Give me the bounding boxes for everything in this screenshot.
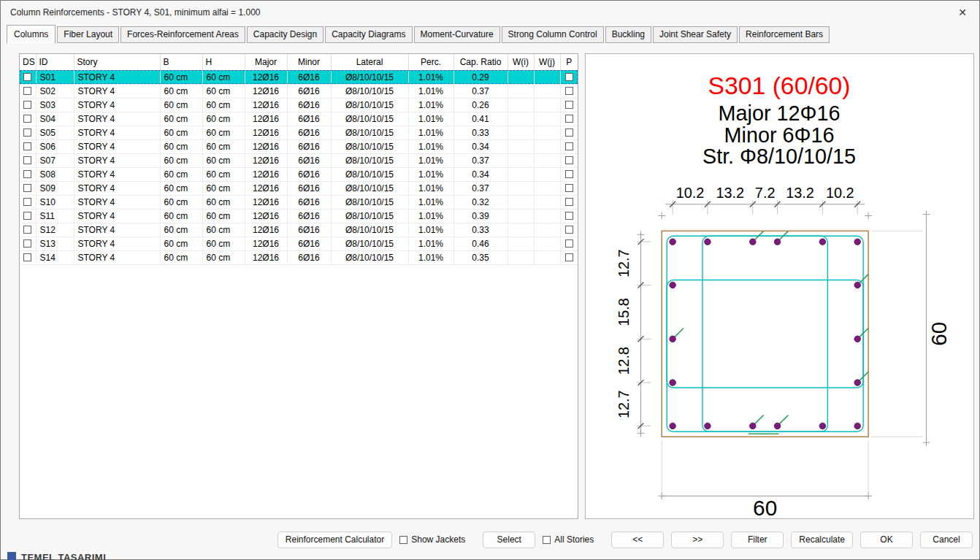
p-checkbox[interactable] <box>565 115 573 123</box>
p-checkbox[interactable] <box>565 101 573 109</box>
tab-joint-shear-safety[interactable]: Joint Shear Safety <box>653 26 738 43</box>
cell-h-cell: 60 cm <box>202 98 245 112</box>
cell-h-cell: 60 cm <box>202 126 245 139</box>
table-row-s01[interactable]: S01STORY 460 cm60 cm12Ø166Ø16Ø8/10/10/15… <box>20 70 578 84</box>
cell-perc-cell: 1.01% <box>408 70 453 84</box>
table-row-s11[interactable]: S11STORY 460 cm60 cm12Ø166Ø16Ø8/10/10/15… <box>20 209 578 223</box>
footer-bar: Reinforcement Calculator Show Jackets Se… <box>1 526 979 559</box>
tab-columns[interactable]: Columns <box>7 25 55 44</box>
table-row-s09[interactable]: S09STORY 460 cm60 cm12Ø166Ø16Ø8/10/10/15… <box>20 181 578 195</box>
cell-major-cell: 12Ø16 <box>245 181 287 195</box>
rebar <box>854 380 861 386</box>
ds-checkbox[interactable] <box>23 253 31 261</box>
tab-moment-curvature[interactable]: Moment-Curvature <box>414 26 500 43</box>
table-row-s05[interactable]: S05STORY 460 cm60 cm12Ø166Ø16Ø8/10/10/15… <box>20 126 578 139</box>
ds-checkbox[interactable] <box>23 87 31 95</box>
ds-checkbox[interactable] <box>23 115 31 123</box>
p-checkbox[interactable] <box>565 198 573 206</box>
tab-strong-column-control[interactable]: Strong Column Control <box>502 26 604 43</box>
cell-minor-cell: 6Ø16 <box>287 112 331 126</box>
cell-perc-cell: 1.01% <box>408 223 453 237</box>
cancel-button[interactable]: Cancel <box>920 532 973 548</box>
reinforcement-calculator-button[interactable]: Reinforcement Calculator <box>277 532 392 548</box>
table-row-s03[interactable]: S03STORY 460 cm60 cm12Ø166Ø16Ø8/10/10/15… <box>20 98 578 112</box>
titlebar[interactable]: Column Reinforcements - STORY 4, S01, mi… <box>1 1 979 23</box>
all-stories-label[interactable]: All Stories <box>554 534 594 545</box>
ds-checkbox[interactable] <box>23 212 31 220</box>
ds-checkbox[interactable] <box>23 142 31 150</box>
column-header-lateral[interactable]: Lateral <box>331 54 408 70</box>
cell-minor-cell: 6Ø16 <box>287 250 331 264</box>
column-header-story[interactable]: Story <box>74 54 160 70</box>
table-row-s08[interactable]: S08STORY 460 cm60 cm12Ø166Ø16Ø8/10/10/15… <box>20 167 578 181</box>
p-checkbox[interactable] <box>565 142 573 150</box>
table-row-s13[interactable]: S13STORY 460 cm60 cm12Ø166Ø16Ø8/10/10/15… <box>20 237 578 250</box>
table-row-s14[interactable]: S14STORY 460 cm60 cm12Ø166Ø16Ø8/10/10/15… <box>20 250 578 264</box>
p-checkbox-cell <box>560 153 578 167</box>
ds-checkbox[interactable] <box>23 198 31 206</box>
column-header-cap-ratio[interactable]: Cap. Ratio <box>453 54 508 70</box>
p-checkbox-cell <box>560 167 578 181</box>
table-row-s10[interactable]: S10STORY 460 cm60 cm12Ø166Ø16Ø8/10/10/15… <box>20 195 578 209</box>
cell-wj-cell <box>534 167 560 181</box>
column-header-h[interactable]: H <box>202 54 245 70</box>
rebar <box>819 239 826 245</box>
ds-checkbox[interactable] <box>23 101 31 109</box>
column-header-w-j-[interactable]: W(j) <box>534 54 560 70</box>
tab-buckling[interactable]: Buckling <box>605 26 651 43</box>
table-row-s04[interactable]: S04STORY 460 cm60 cm12Ø166Ø16Ø8/10/10/15… <box>20 112 578 126</box>
tab-capacity-diagrams[interactable]: Capacity Diagrams <box>325 26 412 43</box>
cell-lateral-cell: Ø8/10/10/15 <box>331 195 408 209</box>
column-header-w-i-[interactable]: W(i) <box>508 54 534 70</box>
ds-checkbox[interactable] <box>23 170 31 178</box>
table-row-s07[interactable]: S07STORY 460 cm60 cm12Ø166Ø16Ø8/10/10/15… <box>20 153 578 167</box>
cell-wj-cell <box>534 153 560 167</box>
cell-cap-ratio-cell: 0.33 <box>453 126 508 139</box>
p-checkbox[interactable] <box>565 253 573 261</box>
tab-capacity-design[interactable]: Capacity Design <box>247 26 324 43</box>
all-stories-checkbox[interactable] <box>543 536 551 544</box>
column-header-minor[interactable]: Minor <box>287 54 331 70</box>
column-header-major[interactable]: Major <box>245 54 287 70</box>
p-checkbox[interactable] <box>565 156 573 164</box>
ds-checkbox[interactable] <box>23 184 31 192</box>
close-button[interactable]: ✕ <box>946 1 979 23</box>
table-row-s06[interactable]: S06STORY 460 cm60 cm12Ø166Ø16Ø8/10/10/15… <box>20 139 578 153</box>
p-checkbox[interactable] <box>565 212 573 220</box>
cell-wi-cell <box>508 139 534 153</box>
p-checkbox[interactable] <box>565 226 573 234</box>
ds-checkbox-cell <box>20 195 36 209</box>
column-header-b[interactable]: B <box>160 54 202 70</box>
p-checkbox[interactable] <box>565 73 573 81</box>
p-checkbox[interactable] <box>565 239 573 248</box>
column-header-ds[interactable]: DS <box>20 54 36 70</box>
select-button[interactable]: Select <box>483 532 535 548</box>
ds-checkbox[interactable] <box>23 73 31 81</box>
cell-b-cell: 60 cm <box>160 153 202 167</box>
show-jackets-label[interactable]: Show Jackets <box>411 534 465 545</box>
p-checkbox[interactable] <box>565 184 573 192</box>
tab-reinforcement-bars[interactable]: Reinforcement Bars <box>739 26 830 43</box>
ok-button[interactable]: OK <box>860 532 913 548</box>
ds-checkbox-cell <box>20 223 36 237</box>
table-row-s02[interactable]: S02STORY 460 cm60 cm12Ø166Ø16Ø8/10/10/15… <box>20 84 578 98</box>
column-header-perc-[interactable]: Perc. <box>408 54 453 70</box>
p-checkbox[interactable] <box>565 129 573 137</box>
column-header-id[interactable]: ID <box>36 54 74 70</box>
filter-button[interactable]: Filter <box>731 532 784 548</box>
cell-lateral-cell: Ø8/10/10/15 <box>331 209 408 223</box>
ds-checkbox[interactable] <box>23 239 31 248</box>
tab-fiber-layout[interactable]: Fiber Layout <box>57 26 119 43</box>
previous-button[interactable]: << <box>611 532 664 548</box>
next-button[interactable]: >> <box>671 532 724 548</box>
tab-forces-reinforcement-areas[interactable]: Forces-Reinforcement Areas <box>120 26 245 43</box>
table-row-s12[interactable]: S12STORY 460 cm60 cm12Ø166Ø16Ø8/10/10/15… <box>20 223 578 237</box>
p-checkbox[interactable] <box>565 87 573 95</box>
show-jackets-checkbox[interactable] <box>399 536 407 544</box>
ds-checkbox[interactable] <box>23 156 31 164</box>
ds-checkbox[interactable] <box>23 129 31 137</box>
column-header-p[interactable]: P <box>560 54 578 70</box>
p-checkbox[interactable] <box>565 170 573 178</box>
ds-checkbox[interactable] <box>23 226 31 234</box>
recalculate-button[interactable]: Recalculate <box>791 532 853 548</box>
